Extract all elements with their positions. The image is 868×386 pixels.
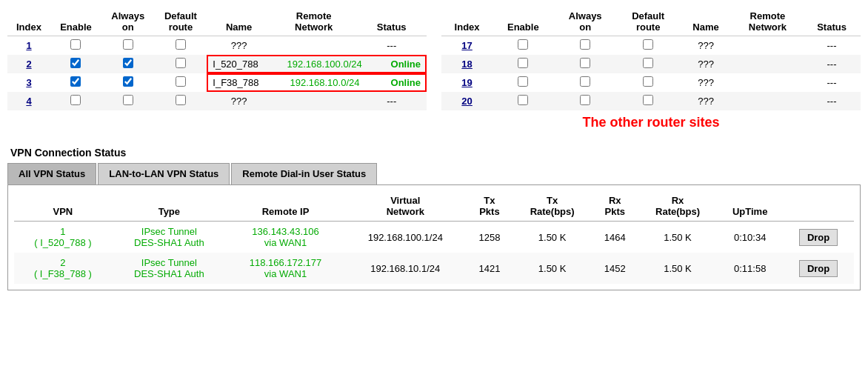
col-index-left: Index (7, 7, 50, 36)
status-cell-2: Online (391, 59, 421, 70)
left-vpn-table: Index Enable Alwayson Defaultroute Name … (7, 7, 427, 110)
vpn-col-virtual-network: VirtualNetwork (344, 191, 466, 222)
col-always-on-right: Alwayson (553, 7, 617, 36)
index-link-17[interactable]: 17 (461, 40, 472, 51)
table-row: 3 I_F38_788 192.168.10.0/24 Online (7, 73, 427, 92)
vpn-col-action (783, 191, 854, 222)
default-route-cb-19[interactable] (643, 76, 653, 87)
vpn-remote-ip-2: 118.166.172.177 via WAN1 (227, 253, 344, 284)
always-on-cb-20[interactable] (580, 95, 590, 105)
col-remote-network-right: RemoteNetwork (732, 7, 803, 36)
vpn-table-container: VPN Type Remote IP VirtualNetwork TxPkts… (7, 184, 861, 290)
drop-button-2[interactable]: Drop (799, 260, 838, 277)
default-route-cb-20[interactable] (643, 95, 653, 105)
col-default-route-left: Defaultroute (155, 7, 207, 36)
vpn-col-remote-ip: Remote IP (227, 191, 344, 222)
vpn-status-table: VPN Type Remote IP VirtualNetwork TxPkts… (14, 191, 854, 284)
col-name-left: Name (207, 7, 271, 36)
index-link-20[interactable]: 20 (461, 96, 472, 107)
enable-cb-20[interactable] (518, 95, 528, 105)
vpn-status-section: VPN Connection Status All VPN Status LAN… (7, 147, 861, 290)
remote-network-cell-4 (271, 92, 357, 110)
enable-cb-2[interactable] (70, 58, 81, 68)
col-index-right: Index (441, 7, 493, 36)
vpn-rx-rate-1: 1.50 K (638, 222, 717, 253)
col-default-route-right: Defaultroute (617, 7, 679, 36)
name-cell-1: ??? (207, 36, 271, 56)
enable-cb-4[interactable] (70, 95, 81, 105)
right-vpn-table-wrap: Index Enable Alwayson Defaultroute Name … (441, 7, 861, 139)
index-link-18[interactable]: 18 (461, 59, 472, 70)
default-route-cb-18[interactable] (643, 58, 653, 68)
col-status-left: Status (356, 7, 427, 36)
remote-network-cell-20 (732, 92, 803, 110)
name-cell-4: ??? (207, 92, 271, 110)
vpn-col-rx-pkts: RxPkts (592, 191, 638, 222)
status-cell-1: --- (356, 36, 427, 56)
enable-cb-18[interactable] (518, 58, 528, 68)
vpn-col-tx-rate: TxRate(bps) (513, 191, 591, 222)
index-link-2[interactable]: 2 (26, 59, 31, 70)
col-always-on-left: Alwayson (101, 7, 155, 36)
default-route-cb-17[interactable] (643, 39, 653, 50)
vpn-virtual-network-2: 192.168.10.1/24 (344, 253, 466, 284)
vpn-col-tx-pkts: TxPkts (466, 191, 513, 222)
name-cell-20: ??? (679, 92, 732, 110)
vpn-remote-ip-1: 136.143.43.106 via WAN1 (227, 222, 344, 253)
vpn-status-title: VPN Connection Status (7, 147, 861, 159)
default-route-cb-4[interactable] (176, 95, 186, 105)
always-on-cb-17[interactable] (580, 39, 590, 50)
col-enable-left: Enable (50, 7, 101, 36)
always-on-cb-4[interactable] (123, 95, 133, 105)
vpn-row-1: 1 ( I_520_788 ) IPsec Tunnel DES-SHA1 Au… (14, 222, 854, 253)
table-row: 18 ??? --- (441, 55, 861, 73)
status-cell-17: --- (803, 36, 861, 56)
always-on-cb-3[interactable] (123, 76, 133, 87)
enable-cb-1[interactable] (70, 39, 81, 50)
status-cell-18: --- (803, 55, 861, 73)
col-name-right: Name (679, 7, 732, 36)
vpn-type-1: IPsec Tunnel DES-SHA1 Auth (112, 222, 227, 253)
index-link-19[interactable]: 19 (461, 77, 472, 88)
always-on-cb-1[interactable] (123, 39, 133, 50)
name-cell-17: ??? (679, 36, 732, 56)
left-vpn-table-wrap: Index Enable Alwayson Defaultroute Name … (7, 7, 427, 139)
table-row: 2 I_520_788 192.168.100.0/24 Online (7, 55, 427, 73)
always-on-cb-2[interactable] (123, 58, 133, 68)
tab-all-vpn-status[interactable]: All VPN Status (7, 163, 96, 184)
vpn-tx-rate-1: 1.50 K (513, 222, 591, 253)
default-route-cb-1[interactable] (176, 39, 186, 50)
enable-cb-17[interactable] (518, 39, 528, 50)
top-vpn-tables: Index Enable Alwayson Defaultroute Name … (7, 7, 861, 139)
vpn-tx-rate-2: 1.50 K (513, 253, 591, 284)
default-route-cb-2[interactable] (176, 58, 186, 68)
index-link-4[interactable]: 4 (26, 96, 31, 107)
remote-network-cell-1 (271, 36, 357, 56)
enable-cb-3[interactable] (70, 76, 81, 87)
name-cell-18: ??? (679, 55, 732, 73)
index-link-3[interactable]: 3 (26, 77, 31, 88)
vpn-tabs: All VPN Status LAN-to-LAN VPN Status Rem… (7, 163, 861, 184)
status-cell-20: --- (803, 92, 861, 110)
col-remote-network-left: RemoteNetwork (271, 7, 357, 36)
vpn-tx-pkts-2: 1421 (466, 253, 513, 284)
vpn-uptime-2: 0:11:58 (717, 253, 783, 284)
index-link-1[interactable]: 1 (26, 40, 31, 51)
default-route-cb-3[interactable] (176, 76, 186, 87)
table-row: 17 ??? --- (441, 36, 861, 56)
name-cell-2: I_520_788 (213, 59, 258, 70)
vpn-rx-pkts-1: 1464 (592, 222, 638, 253)
table-row: 19 ??? --- (441, 73, 861, 92)
drop-button-1[interactable]: Drop (799, 229, 838, 246)
tab-lan-to-lan[interactable]: LAN-to-LAN VPN Status (98, 163, 230, 184)
enable-cb-19[interactable] (518, 76, 528, 87)
vpn-virtual-network-1: 192.168.100.1/24 (344, 222, 466, 253)
tab-remote-dial-in[interactable]: Remote Dial-in User Status (231, 163, 377, 184)
vpn-rx-pkts-2: 1452 (592, 253, 638, 284)
table-row: 20 ??? --- (441, 92, 861, 110)
remote-network-cell-17 (732, 36, 803, 56)
vpn-col-type: Type (112, 191, 227, 222)
name-cell-3: I_F38_788 (213, 77, 258, 88)
always-on-cb-18[interactable] (580, 58, 590, 68)
always-on-cb-19[interactable] (580, 76, 590, 87)
